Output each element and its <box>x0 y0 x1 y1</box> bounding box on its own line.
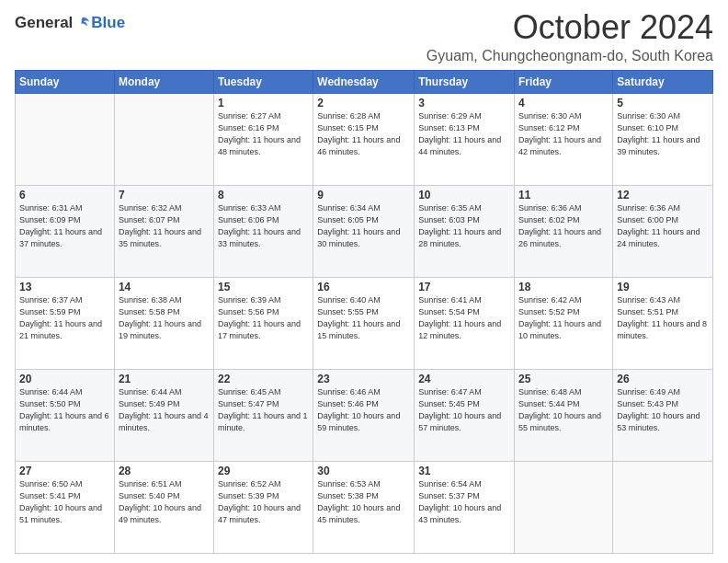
day-info: Sunrise: 6:34 AM Sunset: 6:05 PM Dayligh… <box>317 202 410 250</box>
table-row: 18Sunrise: 6:42 AM Sunset: 5:52 PM Dayli… <box>515 277 613 369</box>
title-area: October 2024 Gyuam, Chungcheongnam-do, S… <box>427 9 713 64</box>
location-subtitle: Gyuam, Chungcheongnam-do, South Korea <box>427 48 713 64</box>
day-info: Sunrise: 6:30 AM Sunset: 6:10 PM Dayligh… <box>617 110 709 158</box>
day-number: 11 <box>518 189 609 201</box>
day-info: Sunrise: 6:48 AM Sunset: 5:44 PM Dayligh… <box>518 386 609 434</box>
day-info: Sunrise: 6:46 AM Sunset: 5:46 PM Dayligh… <box>317 386 410 434</box>
day-info: Sunrise: 6:43 AM Sunset: 5:51 PM Dayligh… <box>617 294 709 342</box>
day-number: 7 <box>119 189 210 201</box>
day-info: Sunrise: 6:54 AM Sunset: 5:37 PM Dayligh… <box>418 478 510 526</box>
day-info: Sunrise: 6:53 AM Sunset: 5:38 PM Dayligh… <box>317 478 410 526</box>
header: General Blue October 2024 Gyuam, Chungch… <box>15 9 713 64</box>
table-row: 21Sunrise: 6:44 AM Sunset: 5:49 PM Dayli… <box>114 369 213 461</box>
logo-area: General Blue <box>15 9 125 32</box>
calendar-week-row: 6Sunrise: 6:31 AM Sunset: 6:09 PM Daylig… <box>16 185 713 277</box>
table-row: 24Sunrise: 6:47 AM Sunset: 5:45 PM Dayli… <box>415 369 515 461</box>
day-info: Sunrise: 6:39 AM Sunset: 5:56 PM Dayligh… <box>218 294 309 342</box>
table-row: 10Sunrise: 6:35 AM Sunset: 6:03 PM Dayli… <box>415 185 515 277</box>
day-number: 19 <box>617 281 709 293</box>
day-number: 13 <box>19 281 110 293</box>
day-number: 8 <box>218 189 309 201</box>
col-sunday: Sunday <box>16 70 115 93</box>
day-info: Sunrise: 6:40 AM Sunset: 5:55 PM Dayligh… <box>317 294 410 342</box>
table-row: 2Sunrise: 6:28 AM Sunset: 6:15 PM Daylig… <box>313 93 415 185</box>
calendar-header-row: Sunday Monday Tuesday Wednesday Thursday… <box>16 70 713 93</box>
table-row: 5Sunrise: 6:30 AM Sunset: 6:10 PM Daylig… <box>613 93 713 185</box>
day-number: 27 <box>19 465 110 477</box>
logo-bird-icon <box>74 15 91 31</box>
day-number: 6 <box>19 189 110 201</box>
day-number: 4 <box>518 97 609 109</box>
day-info: Sunrise: 6:35 AM Sunset: 6:03 PM Dayligh… <box>418 202 510 250</box>
day-number: 12 <box>617 189 709 201</box>
day-info: Sunrise: 6:42 AM Sunset: 5:52 PM Dayligh… <box>518 294 609 342</box>
table-row: 14Sunrise: 6:38 AM Sunset: 5:58 PM Dayli… <box>114 277 213 369</box>
day-info: Sunrise: 6:44 AM Sunset: 5:50 PM Dayligh… <box>19 386 110 434</box>
day-number: 3 <box>418 97 510 109</box>
day-info: Sunrise: 6:27 AM Sunset: 6:16 PM Dayligh… <box>218 110 309 158</box>
day-number: 31 <box>418 465 510 477</box>
day-number: 9 <box>317 189 410 201</box>
table-row: 22Sunrise: 6:45 AM Sunset: 5:47 PM Dayli… <box>214 369 313 461</box>
table-row: 27Sunrise: 6:50 AM Sunset: 5:41 PM Dayli… <box>16 461 115 553</box>
table-row: 15Sunrise: 6:39 AM Sunset: 5:56 PM Dayli… <box>214 277 313 369</box>
col-saturday: Saturday <box>613 70 713 93</box>
table-row: 16Sunrise: 6:40 AM Sunset: 5:55 PM Dayli… <box>313 277 415 369</box>
table-row: 20Sunrise: 6:44 AM Sunset: 5:50 PM Dayli… <box>16 369 115 461</box>
day-info: Sunrise: 6:31 AM Sunset: 6:09 PM Dayligh… <box>19 202 110 250</box>
table-row: 30Sunrise: 6:53 AM Sunset: 5:38 PM Dayli… <box>313 461 415 553</box>
day-info: Sunrise: 6:30 AM Sunset: 6:12 PM Dayligh… <box>518 110 609 158</box>
calendar-table: Sunday Monday Tuesday Wednesday Thursday… <box>15 70 713 554</box>
calendar-week-row: 1Sunrise: 6:27 AM Sunset: 6:16 PM Daylig… <box>16 93 713 185</box>
day-number: 24 <box>418 373 510 385</box>
day-number: 14 <box>119 281 210 293</box>
table-row: 26Sunrise: 6:49 AM Sunset: 5:43 PM Dayli… <box>613 369 713 461</box>
col-thursday: Thursday <box>415 70 515 93</box>
day-info: Sunrise: 6:28 AM Sunset: 6:15 PM Dayligh… <box>317 110 410 158</box>
table-row <box>613 461 713 553</box>
day-number: 21 <box>119 373 210 385</box>
table-row: 3Sunrise: 6:29 AM Sunset: 6:13 PM Daylig… <box>415 93 515 185</box>
day-info: Sunrise: 6:32 AM Sunset: 6:07 PM Dayligh… <box>119 202 210 250</box>
day-number: 5 <box>617 97 709 109</box>
day-number: 1 <box>218 97 309 109</box>
logo: General Blue <box>15 13 125 32</box>
table-row: 31Sunrise: 6:54 AM Sunset: 5:37 PM Dayli… <box>415 461 515 553</box>
day-number: 26 <box>617 373 709 385</box>
day-info: Sunrise: 6:41 AM Sunset: 5:54 PM Dayligh… <box>418 294 510 342</box>
day-info: Sunrise: 6:51 AM Sunset: 5:40 PM Dayligh… <box>119 478 210 526</box>
day-number: 16 <box>317 281 410 293</box>
table-row: 29Sunrise: 6:52 AM Sunset: 5:39 PM Dayli… <box>214 461 313 553</box>
table-row: 12Sunrise: 6:36 AM Sunset: 6:00 PM Dayli… <box>613 185 713 277</box>
table-row: 9Sunrise: 6:34 AM Sunset: 6:05 PM Daylig… <box>313 185 415 277</box>
calendar-week-row: 20Sunrise: 6:44 AM Sunset: 5:50 PM Dayli… <box>16 369 713 461</box>
table-row: 13Sunrise: 6:37 AM Sunset: 5:59 PM Dayli… <box>16 277 115 369</box>
month-title: October 2024 <box>427 9 713 46</box>
table-row: 6Sunrise: 6:31 AM Sunset: 6:09 PM Daylig… <box>16 185 115 277</box>
day-number: 2 <box>317 97 410 109</box>
logo-blue: Blue <box>91 14 125 32</box>
day-number: 20 <box>19 373 110 385</box>
table-row: 17Sunrise: 6:41 AM Sunset: 5:54 PM Dayli… <box>415 277 515 369</box>
day-info: Sunrise: 6:36 AM Sunset: 6:00 PM Dayligh… <box>617 202 709 250</box>
day-info: Sunrise: 6:44 AM Sunset: 5:49 PM Dayligh… <box>119 386 210 434</box>
table-row <box>515 461 613 553</box>
page: General Blue October 2024 Gyuam, Chungch… <box>0 0 728 563</box>
col-wednesday: Wednesday <box>313 70 415 93</box>
day-number: 10 <box>418 189 510 201</box>
day-number: 23 <box>317 373 410 385</box>
table-row: 1Sunrise: 6:27 AM Sunset: 6:16 PM Daylig… <box>214 93 313 185</box>
col-friday: Friday <box>515 70 613 93</box>
day-info: Sunrise: 6:29 AM Sunset: 6:13 PM Dayligh… <box>418 110 510 158</box>
table-row: 19Sunrise: 6:43 AM Sunset: 5:51 PM Dayli… <box>613 277 713 369</box>
day-info: Sunrise: 6:50 AM Sunset: 5:41 PM Dayligh… <box>19 478 110 526</box>
day-number: 15 <box>218 281 309 293</box>
day-info: Sunrise: 6:38 AM Sunset: 5:58 PM Dayligh… <box>119 294 210 342</box>
day-number: 29 <box>218 465 309 477</box>
day-info: Sunrise: 6:49 AM Sunset: 5:43 PM Dayligh… <box>617 386 709 434</box>
col-tuesday: Tuesday <box>214 70 313 93</box>
table-row: 25Sunrise: 6:48 AM Sunset: 5:44 PM Dayli… <box>515 369 613 461</box>
table-row: 28Sunrise: 6:51 AM Sunset: 5:40 PM Dayli… <box>114 461 213 553</box>
day-number: 17 <box>418 281 510 293</box>
day-info: Sunrise: 6:37 AM Sunset: 5:59 PM Dayligh… <box>19 294 110 342</box>
